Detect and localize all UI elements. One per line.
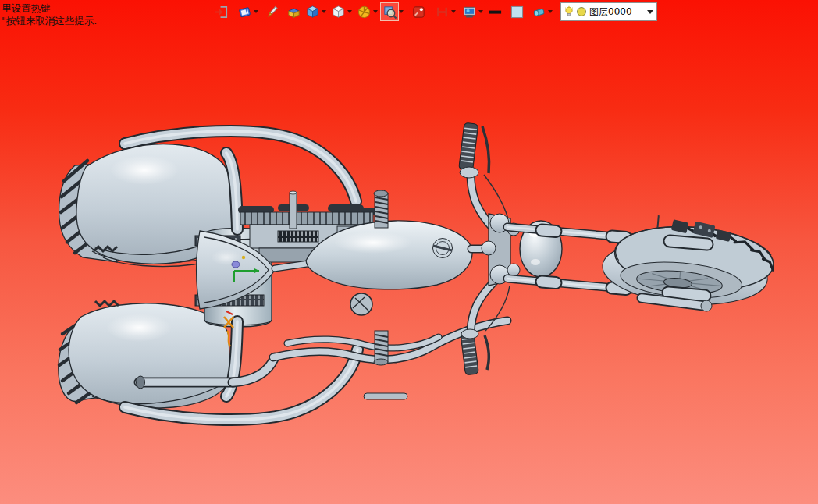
dropdown-caret[interactable] (322, 10, 326, 13)
render-monitor-icon[interactable] (461, 3, 478, 20)
layer-color-icon (575, 5, 588, 18)
dropdown-caret[interactable] (347, 10, 352, 13)
frame-post (290, 191, 297, 229)
sprocket-teeth (95, 301, 119, 306)
seat-spring-bottom (374, 331, 388, 365)
axis-ball (232, 261, 240, 268)
dropdown-caret[interactable] (451, 10, 456, 13)
hint-text: 里设置热键 "按钮来取消这些提示. (2, 2, 97, 27)
exit-icon[interactable] (212, 3, 229, 20)
seat-spring-top (374, 190, 388, 228)
toolbar: 图层0000 (212, 2, 657, 22)
line-width-icon[interactable] (486, 3, 503, 20)
stay-cap (701, 300, 712, 311)
dropdown-caret[interactable] (478, 10, 483, 13)
pen-icon[interactable] (263, 3, 280, 20)
layer-selector[interactable]: 图层0000 (560, 2, 657, 21)
dropdown-caret[interactable] (254, 10, 258, 13)
frame-h-icon[interactable] (433, 3, 450, 20)
material-box-icon[interactable] (285, 3, 302, 20)
notebook-icon[interactable] (236, 3, 253, 20)
dropdown-caret[interactable] (548, 10, 553, 13)
pie-display-icon[interactable] (355, 3, 372, 20)
zoom-region-icon[interactable] (381, 3, 398, 20)
white-cube-icon[interactable] (329, 3, 347, 20)
layer-dropdown-caret[interactable] (647, 10, 653, 14)
color-swatch-icon[interactable] (508, 3, 525, 20)
layer-selector-value: 图层0000 (589, 5, 647, 19)
cad-window: 里设置热键 "按钮来取消这些提示. (0, 0, 818, 504)
foot-peg (364, 393, 407, 399)
viewport-3d[interactable] (0, 0, 818, 504)
hint-line-1: 里设置热键 (2, 2, 97, 15)
motorcycle-model (59, 122, 777, 420)
dropdown-caret[interactable] (399, 10, 404, 13)
eraser-icon[interactable] (530, 3, 547, 20)
brake-lever (485, 335, 489, 370)
blue-cube-icon[interactable] (304, 3, 321, 20)
dropdown-caret[interactable] (373, 10, 378, 13)
bulb-icon (563, 5, 575, 18)
red-display-icon[interactable] (410, 3, 427, 20)
brake-lever (482, 126, 489, 173)
hint-line-2: "按钮来取消这些提示. (2, 15, 97, 27)
